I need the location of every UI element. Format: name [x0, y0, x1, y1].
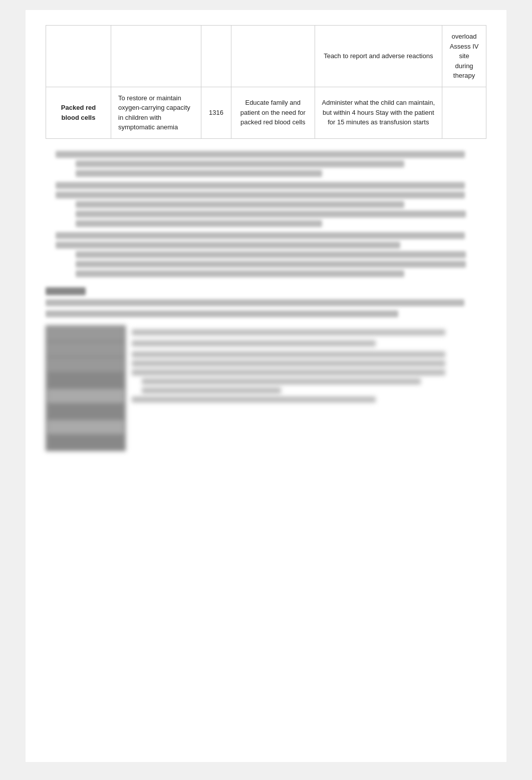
inner-right-line	[142, 387, 281, 394]
inner-right-line	[132, 397, 376, 403]
bullet-group-3	[56, 232, 486, 277]
blurred-section-1	[46, 151, 486, 277]
inner-row	[48, 420, 124, 434]
teach-report-text: Teach to report and adverse reactions	[324, 52, 433, 60]
nursing-text: Administer what the child can maintain, …	[322, 99, 435, 126]
blurred-line	[56, 232, 465, 239]
intro-line-2	[46, 310, 398, 317]
table-row-top: Teach to report and adverse reactions ov…	[46, 26, 486, 87]
blurred-line	[76, 270, 404, 277]
inner-right-line	[132, 369, 445, 375]
blurred-line	[56, 151, 465, 158]
inner-table-left-col	[46, 325, 126, 451]
inner-right-line	[132, 340, 376, 346]
bullet-group-1	[56, 151, 486, 177]
inner-row	[48, 358, 124, 372]
intro-line-1	[46, 299, 464, 306]
packed-red-label: Packed red blood cells	[61, 104, 96, 121]
blurred-line	[76, 261, 466, 268]
blurred-line	[76, 170, 322, 177]
page-container: Teach to report and adverse reactions ov…	[26, 10, 506, 762]
blurred-line	[56, 191, 465, 199]
cell-top-4	[231, 26, 315, 87]
sub-bullet-2	[76, 201, 486, 227]
sub-bullet-1	[76, 160, 486, 177]
cell-purpose: To restore or maintain oxygen-carrying c…	[111, 87, 201, 138]
cell-education: Educate family and patient on the need f…	[231, 87, 315, 138]
blurred-line	[76, 160, 404, 167]
inner-row	[48, 327, 124, 341]
cell-top-overload: overloadAssess IV siteduring therapy	[442, 26, 486, 87]
cell-top-2	[111, 26, 201, 87]
blurred-line	[76, 201, 404, 208]
blurred-line	[76, 211, 466, 218]
overload-assess-text: overloadAssess IV siteduring therapy	[450, 33, 479, 79]
blurred-line	[56, 242, 400, 249]
blurred-line	[76, 220, 322, 227]
inner-right-line	[132, 351, 445, 357]
purpose-text: To restore or maintain oxygen-carrying c…	[118, 94, 190, 131]
inner-table	[46, 325, 486, 451]
cell-nursing: Administer what the child can maintain, …	[315, 87, 442, 138]
blurred-section-2	[46, 287, 486, 451]
inner-row	[48, 342, 124, 356]
inner-right-line	[132, 360, 445, 366]
blurred-line	[56, 182, 465, 189]
group-heading	[46, 287, 86, 295]
inner-table-right-col	[126, 325, 486, 451]
inner-row	[48, 436, 124, 450]
cell-top-3	[201, 26, 231, 87]
blurred-line	[76, 251, 466, 258]
table-row-main: Packed red blood cells To restore or mai…	[46, 87, 486, 138]
inner-row	[48, 389, 124, 403]
number-value: 1316	[209, 109, 223, 116]
cell-number: 1316	[201, 87, 231, 138]
inner-right-line	[132, 329, 445, 335]
cell-top-1	[46, 26, 111, 87]
inner-row	[48, 373, 124, 387]
cell-medication-name: Packed red blood cells	[46, 87, 111, 138]
main-table: Teach to report and adverse reactions ov…	[46, 25, 486, 139]
sub-bullet-3	[76, 251, 486, 277]
bullet-group-2	[56, 182, 486, 227]
inner-row	[48, 405, 124, 419]
cell-top-teach: Teach to report and adverse reactions	[315, 26, 442, 87]
education-text: Educate family and patient on the need f…	[240, 99, 306, 126]
inner-right-line	[142, 378, 421, 384]
